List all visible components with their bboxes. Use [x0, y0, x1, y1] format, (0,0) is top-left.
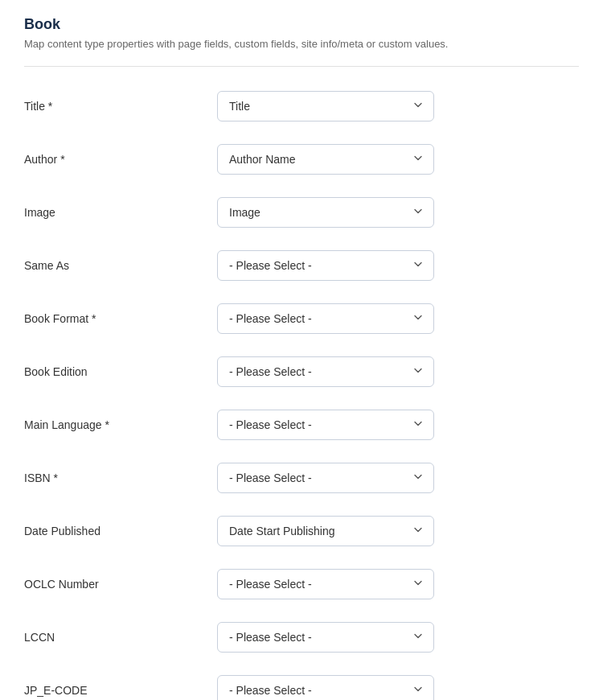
form-row-main_language: Main Language *- Please Select - — [24, 405, 579, 445]
control-wrapper-image: Image — [217, 197, 579, 228]
control-wrapper-same_as: - Please Select - — [217, 250, 579, 281]
form-row-isbn: ISBN *- Please Select - — [24, 458, 579, 498]
page-description: Map content type properties with page fi… — [24, 38, 579, 50]
select-wrapper-book_format: - Please Select - — [217, 303, 434, 334]
select-wrapper-image: Image — [217, 197, 434, 228]
select-title[interactable]: Title — [217, 91, 434, 121]
form-row-book_format: Book Format *- Please Select - — [24, 299, 579, 339]
label-isbn: ISBN * — [24, 471, 217, 484]
label-oclc_number: OCLC Number — [24, 578, 217, 591]
control-wrapper-book_edition: - Please Select - — [217, 356, 579, 387]
select-wrapper-main_language: - Please Select - — [217, 410, 434, 440]
control-wrapper-lccn: - Please Select - — [217, 622, 579, 653]
control-wrapper-jp_e_code: - Please Select - — [217, 675, 579, 700]
label-book_format: Book Format * — [24, 312, 217, 325]
label-lccn: LCCN — [24, 631, 217, 644]
select-wrapper-title: Title — [217, 91, 434, 121]
form-row-oclc_number: OCLC Number- Please Select - — [24, 564, 579, 604]
label-title: Title * — [24, 100, 217, 113]
form-row-book_edition: Book Edition- Please Select - — [24, 352, 579, 392]
select-wrapper-same_as: - Please Select - — [217, 250, 434, 281]
control-wrapper-author: Author Name — [217, 144, 579, 175]
select-book_edition[interactable]: - Please Select - — [217, 356, 434, 387]
label-image: Image — [24, 206, 217, 219]
form-row-image: ImageImage — [24, 192, 579, 233]
select-image[interactable]: Image — [217, 197, 434, 228]
select-date_published[interactable]: Date Start Publishing — [217, 516, 434, 546]
control-wrapper-main_language: - Please Select - — [217, 410, 579, 440]
page-container: Book Map content type properties with pa… — [0, 0, 603, 700]
form-rows: Title *TitleAuthor *Author NameImageImag… — [24, 86, 579, 700]
select-wrapper-jp_e_code: - Please Select - — [217, 675, 434, 700]
divider — [24, 66, 579, 67]
select-jp_e_code[interactable]: - Please Select - — [217, 675, 434, 700]
select-wrapper-lccn: - Please Select - — [217, 622, 434, 653]
label-jp_e_code: JP_E-CODE — [24, 684, 217, 697]
select-wrapper-date_published: Date Start Publishing — [217, 516, 434, 546]
control-wrapper-oclc_number: - Please Select - — [217, 569, 579, 599]
form-row-title: Title *Title — [24, 86, 579, 126]
select-main_language[interactable]: - Please Select - — [217, 410, 434, 440]
select-author[interactable]: Author Name — [217, 144, 434, 175]
label-main_language: Main Language * — [24, 418, 217, 431]
control-wrapper-book_format: - Please Select - — [217, 303, 579, 334]
form-row-author: Author *Author Name — [24, 139, 579, 179]
page-title: Book — [24, 16, 579, 33]
select-oclc_number[interactable]: - Please Select - — [217, 569, 434, 599]
select-wrapper-isbn: - Please Select - — [217, 463, 434, 493]
form-row-same_as: Same As- Please Select - — [24, 245, 579, 286]
select-same_as[interactable]: - Please Select - — [217, 250, 434, 281]
select-lccn[interactable]: - Please Select - — [217, 622, 434, 653]
select-wrapper-oclc_number: - Please Select - — [217, 569, 434, 599]
select-wrapper-book_edition: - Please Select - — [217, 356, 434, 387]
form-row-date_published: Date PublishedDate Start Publishing — [24, 511, 579, 551]
select-book_format[interactable]: - Please Select - — [217, 303, 434, 334]
control-wrapper-title: Title — [217, 91, 579, 121]
label-book_edition: Book Edition — [24, 365, 217, 378]
label-author: Author * — [24, 153, 217, 166]
label-date_published: Date Published — [24, 525, 217, 537]
select-wrapper-author: Author Name — [217, 144, 434, 175]
select-isbn[interactable]: - Please Select - — [217, 463, 434, 493]
control-wrapper-isbn: - Please Select - — [217, 463, 579, 493]
form-row-lccn: LCCN- Please Select - — [24, 617, 579, 657]
control-wrapper-date_published: Date Start Publishing — [217, 516, 579, 546]
form-row-jp_e_code: JP_E-CODE- Please Select - — [24, 670, 579, 700]
label-same_as: Same As — [24, 259, 217, 272]
